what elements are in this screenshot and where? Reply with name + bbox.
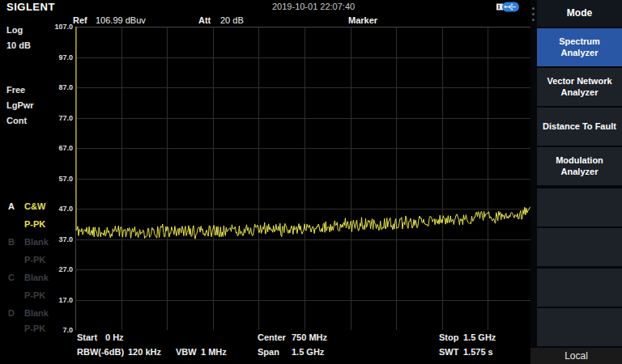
rbw-label: RBW(-6dB)	[77, 347, 124, 357]
softkey-vector-network-analyzer[interactable]: Vector Network Analyzer	[537, 68, 622, 106]
y-axis-tick-label: 87.0	[45, 83, 73, 91]
scale-div-label: 10 dB	[6, 40, 31, 50]
softkey-distance-to-fault[interactable]: Distance To Fault	[537, 108, 622, 146]
softkey-spectrum-analyzer[interactable]: Spectrum Analyzer	[537, 28, 622, 66]
start-value: 0 Hz	[105, 332, 124, 342]
softkey-empty-4[interactable]	[537, 308, 622, 346]
center-value: 750 MHz	[292, 332, 327, 342]
swt-label: SWT	[439, 347, 458, 357]
softkey-menu: Mode Spectrum Analyzer Vector Network An…	[530, 0, 622, 364]
trace-c-mode: Blank	[24, 273, 49, 282]
local-button[interactable]: Local	[530, 348, 622, 364]
instrument-screen: SIGLENT 2019-10-01 22:07:40 Ref 106.99 d…	[0, 0, 622, 364]
start-label: Start	[77, 332, 97, 342]
trace-c-id: C	[8, 273, 15, 282]
brand-logo: SIGLENT	[6, 1, 55, 13]
y-axis-tick-label: 107.0	[45, 23, 73, 31]
softkey-empty-1[interactable]	[537, 188, 622, 226]
ref-value: 106.99 dBuv	[96, 15, 146, 25]
trigger-label: Free	[6, 85, 25, 95]
vbw-label: VBW	[176, 347, 197, 357]
trace-a-detector: P-PK	[24, 219, 45, 229]
span-label: Span	[258, 347, 279, 357]
center-label: Center	[258, 332, 286, 342]
trace-d-detector: P-PK	[24, 324, 45, 333]
att-value: 20 dB	[220, 15, 244, 25]
span-value: 1.5 GHz	[292, 347, 324, 357]
datetime-display: 2019-10-01 22:07:40	[272, 2, 355, 11]
y-axis-tick-label: 67.0	[45, 144, 73, 152]
usb-icon	[496, 2, 520, 12]
trace-d-id: D	[8, 308, 15, 318]
title-bar: SIGLENT 2019-10-01 22:07:40	[0, 0, 530, 13]
ref-label: Ref	[73, 15, 87, 25]
y-axis-tick-label: 77.0	[45, 114, 73, 122]
att-label: Att	[198, 15, 211, 25]
menu-grip-icon[interactable]	[532, 7, 535, 23]
stop-value: 1.5 GHz	[463, 332, 496, 342]
scale-type-label: Log	[6, 25, 23, 35]
trace-a-mode: C&W	[24, 201, 45, 211]
swt-value: 1.575 s	[463, 347, 493, 357]
marker-label: Marker	[348, 15, 377, 25]
y-axis-tick-label: 17.0	[45, 296, 73, 304]
trace-b-detector: P-PK	[24, 255, 45, 265]
power-label: LgPwr	[6, 100, 34, 110]
stop-label: Stop	[439, 332, 458, 342]
y-axis-tick-label: 27.0	[45, 265, 73, 273]
menu-title: Mode	[537, 0, 622, 27]
trace-a-line	[76, 27, 532, 239]
trace-d-mode: Blank	[24, 308, 49, 318]
softkey-empty-2[interactable]	[537, 228, 622, 266]
y-axis-tick-label: 7.0	[45, 326, 73, 334]
softkey-empty-3[interactable]	[537, 269, 622, 307]
y-axis-tick-label: 47.0	[45, 205, 73, 213]
vbw-value: 1 MHz	[201, 347, 227, 357]
trace-b-id: B	[8, 237, 15, 247]
softkey-modulation-analyzer[interactable]: Modulation Analyzer	[537, 147, 622, 185]
rbw-value: 120 kHz	[128, 347, 161, 357]
y-axis-tick-label: 37.0	[45, 235, 73, 243]
spectrum-plot	[75, 27, 534, 330]
trace-c-detector: P-PK	[24, 290, 45, 300]
sweep-label: Cont	[6, 116, 27, 125]
y-axis-tick-label: 57.0	[45, 175, 73, 183]
y-axis-tick-label: 97.0	[45, 53, 73, 61]
trace-a-id: A	[8, 201, 15, 211]
